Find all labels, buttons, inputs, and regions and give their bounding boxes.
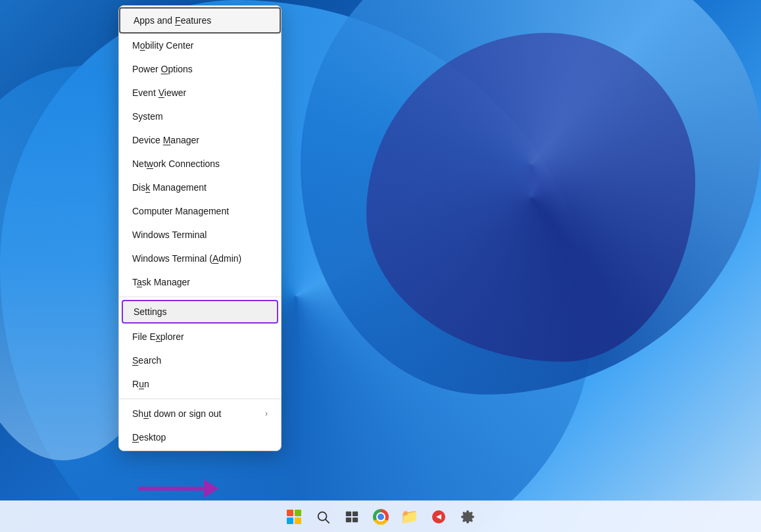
menu-item-network-connections[interactable]: Network Connections — [119, 152, 281, 176]
menu-item-device-manager[interactable]: Device Manager — [119, 128, 281, 152]
submenu-arrow-icon: › — [265, 409, 268, 418]
chrome-icon — [373, 509, 389, 525]
menu-item-label: Disk Management — [132, 182, 207, 193]
menu-item-label: Settings — [134, 306, 167, 317]
settings-button[interactable] — [454, 504, 481, 530]
folder-icon: 📁 — [401, 508, 418, 525]
win-logo-blue — [287, 518, 293, 524]
context-menu: Apps and Features Mobility Center Power … — [118, 5, 282, 451]
menu-item-label: Event Viewer — [132, 87, 186, 98]
chrome-button[interactable] — [368, 504, 394, 530]
win-logo-green — [295, 510, 301, 516]
menu-item-computer-management[interactable]: Computer Management — [119, 199, 281, 223]
taskbar-icons: 📁 — [281, 504, 481, 530]
svg-line-1 — [326, 520, 329, 523]
svg-rect-3 — [352, 511, 357, 516]
menu-item-label: Search — [132, 355, 161, 366]
menu-item-power-options[interactable]: Power Options — [119, 57, 281, 81]
menu-item-shutdown[interactable]: Shut down or sign out › — [119, 402, 281, 425]
menu-item-label: Windows Terminal — [132, 230, 207, 240]
svg-rect-2 — [345, 511, 351, 516]
task-view-button[interactable] — [339, 504, 365, 530]
menu-item-windows-terminal-admin[interactable]: Windows Terminal (Admin) — [119, 247, 281, 270]
menu-item-label: Network Connections — [132, 158, 220, 169]
arrow-indicator — [138, 479, 218, 498]
menu-item-label: Computer Management — [132, 206, 229, 216]
win-logo-yellow — [295, 518, 301, 524]
menu-item-desktop[interactable]: Desktop — [119, 425, 281, 449]
windows-logo-icon — [287, 510, 301, 524]
menu-item-search[interactable]: Search — [119, 349, 281, 372]
menu-item-label: System — [132, 111, 163, 122]
menu-item-run[interactable]: Run — [119, 372, 281, 396]
menu-item-label: Windows Terminal (Admin) — [132, 253, 241, 264]
taskview-icon — [345, 510, 359, 524]
app-icon — [431, 509, 447, 525]
menu-item-label: Device Manager — [132, 135, 199, 145]
menu-item-windows-terminal[interactable]: Windows Terminal — [119, 223, 281, 247]
menu-item-mobility-center[interactable]: Mobility Center — [119, 34, 281, 57]
taskbar: 📁 — [0, 500, 761, 532]
menu-item-label: File Explorer — [132, 331, 184, 342]
menu-item-disk-management[interactable]: Disk Management — [119, 176, 281, 199]
svg-rect-4 — [345, 517, 351, 521]
menu-item-label: Power Options — [132, 64, 193, 74]
search-button[interactable] — [310, 504, 336, 530]
arrow-shaft — [138, 487, 204, 491]
menu-item-file-explorer[interactable]: File Explorer — [119, 325, 281, 349]
menu-item-label: Task Manager — [132, 277, 190, 287]
menu-item-label: Run — [132, 379, 149, 389]
arrow-head — [204, 479, 218, 498]
menu-separator-2 — [119, 399, 281, 399]
menu-item-event-viewer[interactable]: Event Viewer — [119, 81, 281, 105]
menu-item-label: Shut down or sign out — [132, 408, 221, 419]
menu-item-apps-features[interactable]: Apps and Features — [119, 7, 281, 34]
start-button[interactable] — [281, 504, 307, 530]
wallpaper — [0, 0, 761, 532]
gear-icon — [460, 510, 475, 524]
app-button[interactable] — [426, 504, 452, 530]
menu-item-label: Mobility Center — [132, 40, 193, 51]
menu-item-label: Desktop — [132, 432, 166, 443]
svg-rect-5 — [352, 517, 357, 521]
menu-item-system[interactable]: System — [119, 105, 281, 128]
menu-item-label: Apps and Features — [134, 15, 211, 26]
menu-item-task-manager[interactable]: Task Manager — [119, 270, 281, 294]
menu-item-settings[interactable]: Settings — [122, 300, 278, 324]
win-logo-red — [287, 510, 293, 516]
menu-separator — [119, 297, 281, 297]
file-explorer-button[interactable]: 📁 — [397, 504, 423, 530]
search-icon — [316, 510, 330, 524]
